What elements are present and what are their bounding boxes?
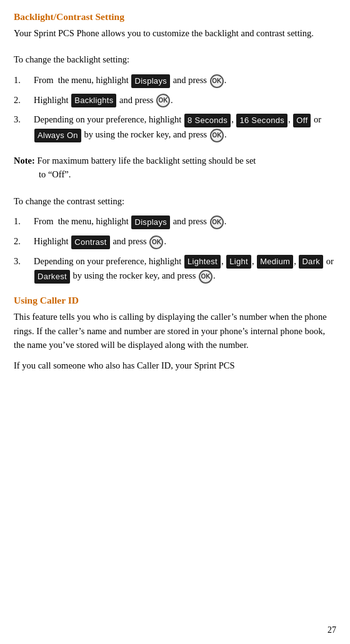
step-content: From the menu, highlight Displays and pr… [34,214,336,229]
contrast-step-3: 3. Depending on your preference, highlig… [14,254,336,284]
ok-button-5: OK [149,235,163,249]
step-num: 2. [14,93,34,107]
backlight-heading: To change the backlight setting: [14,52,336,66]
caller-id-body-2: If you call someone who also has Caller … [14,359,336,372]
highlight-displays-2: Displays [131,215,170,229]
highlight-backlights: Backlights [71,94,116,107]
caller-id-title: Using Caller ID [14,295,336,306]
ok-button-2: OK [156,94,170,107]
ok-button-4: OK [210,215,224,229]
note-indent-text: to “Off”. [14,167,336,181]
note-text: Note: For maximum battery life the backl… [14,154,336,182]
step-content: Highlight Contrast and press OK. [34,234,336,249]
step-num: 2. [14,234,34,248]
highlight-light: Light [226,255,251,269]
highlight-dark: Dark [299,255,323,269]
highlight-alwayson: Always On [34,129,81,142]
backlight-step-3: 3. Depending on your preference, highlig… [14,112,336,142]
highlight-contrast: Contrast [71,235,110,249]
highlight-8seconds: 8 Seconds [184,114,231,127]
highlight-darkest: Darkest [34,270,70,284]
ok-button-3: OK [210,129,224,142]
step-num: 3. [14,254,34,268]
ok-button-6: OK [199,270,212,284]
highlight-off-1: Off [293,114,311,127]
step-content: Depending on your preference, highlight … [34,254,336,284]
section-title: Backlight/Contrast Setting [14,11,336,22]
step-num: 3. [14,112,34,126]
step-num: 1. [14,214,34,228]
note-label: Note: For maximum battery life the backl… [14,156,256,166]
backlight-step-1: 1. From the menu, highlight Displays and… [14,73,336,88]
highlight-displays-1: Displays [131,74,170,88]
contrast-step-1: 1. From the menu, highlight Displays and… [14,214,336,229]
caller-id-body-1: This feature tells you who is calling by… [14,310,336,352]
highlight-16seconds: 16 Seconds [236,114,288,127]
intro-text: Your Sprint PCS Phone allows you to cust… [14,26,336,40]
step-content: Highlight Backlights and press OK. [34,93,336,108]
step-num: 1. [14,73,34,87]
contrast-heading: To change the contrast setting: [14,194,336,208]
step-content: Depending on your preference, highlight … [34,112,336,142]
highlight-medium: Medium [257,255,293,269]
highlight-lightest: Lightest [184,255,221,269]
ok-button-1: OK [210,74,224,88]
step-content: From the menu, highlight Displays and pr… [34,73,336,88]
page-number: 27 [328,625,336,635]
contrast-step-2: 2. Highlight Contrast and press OK. [14,234,336,249]
backlight-step-2: 2. Highlight Backlights and press OK. [14,93,336,108]
